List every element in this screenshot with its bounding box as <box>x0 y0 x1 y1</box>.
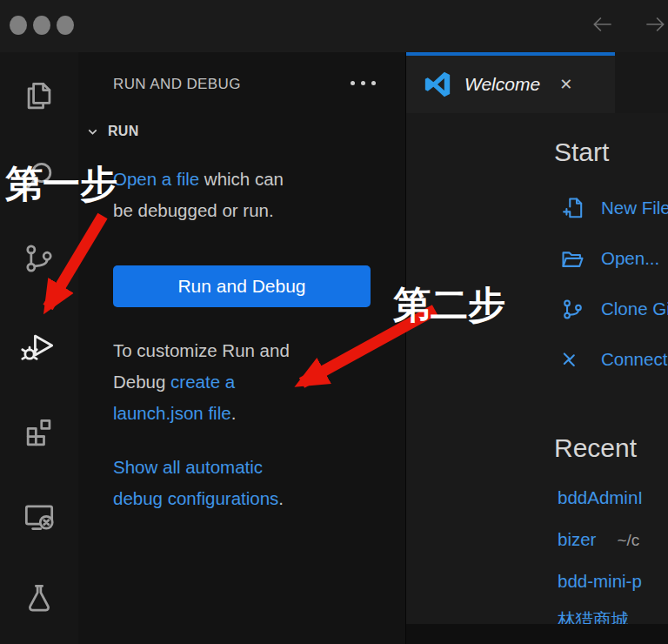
run-and-debug-button[interactable]: Run and Debug <box>113 265 371 307</box>
activity-bar <box>0 52 78 644</box>
vscode-logo-icon <box>423 70 452 99</box>
open-file-hint: Open a file which can be debugged or run… <box>113 164 284 226</box>
title-bar <box>0 0 668 52</box>
new-file-icon <box>559 195 586 222</box>
customize-hint: To customize Run and Debug create a laun… <box>113 335 290 429</box>
create-launch-json-link[interactable]: create a <box>170 372 235 392</box>
editor-bottom-strip <box>406 624 668 644</box>
welcome-page: Start New File... Open... Clone Git Repo… <box>406 113 668 644</box>
maximize-window-button[interactable] <box>57 16 74 35</box>
chevron-down-icon <box>85 124 100 139</box>
recent-item[interactable]: bizer~/c <box>558 529 639 555</box>
tab-close-icon[interactable]: ✕ <box>559 75 572 94</box>
start-item-open[interactable]: Open... <box>559 242 659 275</box>
run-section-header[interactable]: RUN <box>85 124 139 139</box>
show-all-configs: Show all automatic debug configurations. <box>113 452 284 514</box>
vscode-window: RUN AND DEBUG RUN Open a file which can … <box>0 0 668 644</box>
window-controls <box>10 16 74 35</box>
extensions-icon[interactable] <box>20 413 58 452</box>
recent-heading: Recent <box>554 433 637 463</box>
launch-json-file-link[interactable]: launch.json file <box>113 403 231 423</box>
run-and-debug-icon[interactable] <box>20 326 58 365</box>
minimize-window-button[interactable] <box>33 16 50 35</box>
run-and-debug-panel: RUN AND DEBUG RUN Open a file which can … <box>78 52 406 644</box>
recent-item[interactable]: bddAdminI <box>558 487 664 513</box>
open-a-file-link[interactable]: Open a file <box>113 169 199 189</box>
tab-welcome[interactable]: Welcome ✕ <box>406 52 615 113</box>
more-actions-icon[interactable] <box>351 81 376 85</box>
explorer-icon[interactable] <box>20 77 58 115</box>
recent-item[interactable]: bdd-mini-p <box>558 571 663 597</box>
start-item-clone[interactable]: Clone Git Repository... <box>559 292 668 325</box>
remote-explorer-icon[interactable] <box>20 496 58 534</box>
navigate-forward-icon[interactable] <box>642 11 668 36</box>
debug-configurations-link[interactable]: debug configurations <box>113 488 278 508</box>
search-icon[interactable] <box>20 158 58 196</box>
start-item-connect[interactable]: Connect to... <box>559 343 668 376</box>
panel-title: RUN AND DEBUG <box>113 76 241 93</box>
tab-title: Welcome <box>464 74 540 95</box>
close-window-button[interactable] <box>10 16 27 35</box>
source-control-icon[interactable] <box>20 239 58 278</box>
testing-icon[interactable] <box>20 579 58 617</box>
editor-group: Welcome ✕ Start New File... Open... Clon… <box>406 52 668 644</box>
remote-connect-icon <box>559 346 586 373</box>
navigate-back-icon[interactable] <box>590 11 616 36</box>
start-heading: Start <box>554 138 609 167</box>
start-item-new-file[interactable]: New File... <box>559 191 668 225</box>
show-all-automatic-link[interactable]: Show all automatic <box>113 457 263 477</box>
run-section-label: RUN <box>108 124 139 139</box>
folder-opened-icon <box>559 245 586 272</box>
clone-repository-icon <box>559 296 586 323</box>
